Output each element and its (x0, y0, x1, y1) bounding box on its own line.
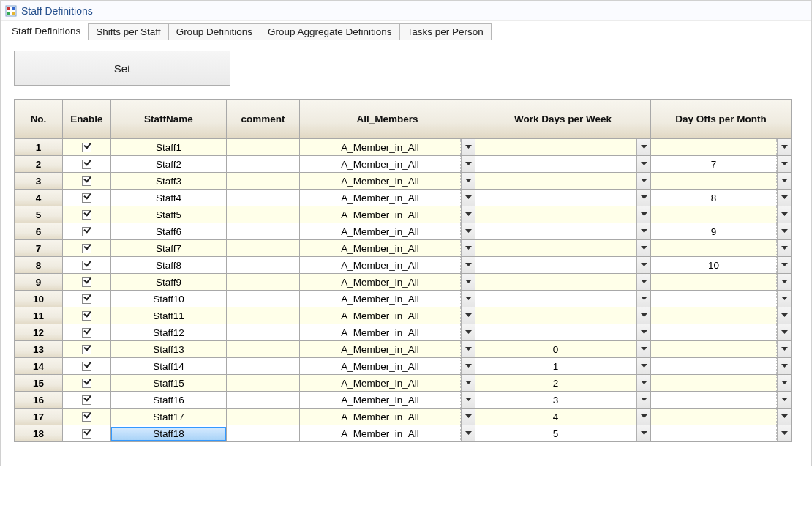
dayoffs-cell[interactable] (650, 273, 791, 290)
workdays-cell[interactable] (475, 273, 650, 290)
dropdown-arrow-icon[interactable] (461, 425, 475, 441)
workdays-cell[interactable]: 0 (475, 340, 650, 357)
dropdown-arrow-icon[interactable] (777, 139, 791, 155)
workdays-cell[interactable] (475, 172, 650, 189)
dropdown-arrow-icon[interactable] (636, 206, 650, 223)
allmembers-cell[interactable]: A_Member_in_All (299, 290, 475, 307)
staffname-cell[interactable]: Staff15 (110, 374, 226, 391)
staffname-cell[interactable]: Staff11 (110, 307, 226, 324)
dropdown-arrow-icon[interactable] (636, 240, 650, 256)
dropdown-arrow-icon[interactable] (461, 392, 475, 408)
dropdown-arrow-icon[interactable] (636, 409, 650, 425)
dropdown-arrow-icon[interactable] (636, 139, 650, 155)
workdays-cell[interactable] (475, 155, 650, 172)
dayoffs-cell[interactable] (650, 425, 791, 441)
workdays-cell[interactable] (475, 189, 650, 206)
row-header[interactable]: 12 (14, 324, 62, 340)
dropdown-arrow-icon[interactable] (461, 223, 475, 239)
allmembers-cell[interactable]: A_Member_in_All (299, 206, 475, 223)
comment-cell[interactable] (226, 340, 299, 357)
row-header[interactable]: 1 (14, 138, 62, 155)
dropdown-arrow-icon[interactable] (777, 291, 791, 307)
dropdown-arrow-icon[interactable] (636, 324, 650, 340)
dropdown-arrow-icon[interactable] (777, 257, 791, 273)
dropdown-arrow-icon[interactable] (461, 324, 475, 340)
enable-checkbox[interactable] (82, 193, 91, 203)
enable-cell[interactable] (62, 391, 110, 408)
dropdown-arrow-icon[interactable] (461, 156, 475, 172)
staffname-cell[interactable]: Staff9 (110, 273, 226, 290)
dayoffs-cell[interactable] (650, 374, 791, 391)
enable-cell[interactable] (62, 155, 110, 172)
enable-cell[interactable] (62, 223, 110, 239)
dropdown-arrow-icon[interactable] (461, 274, 475, 290)
allmembers-cell[interactable]: A_Member_in_All (299, 155, 475, 172)
workdays-cell[interactable]: 4 (475, 408, 650, 425)
dayoffs-cell[interactable] (650, 324, 791, 340)
enable-checkbox[interactable] (82, 345, 91, 354)
allmembers-cell[interactable]: A_Member_in_All (299, 273, 475, 290)
allmembers-cell[interactable]: A_Member_in_All (299, 391, 475, 408)
dayoffs-cell[interactable] (650, 206, 791, 223)
staffname-cell[interactable]: Staff2 (110, 155, 226, 172)
col-header-enable[interactable]: Enable (62, 99, 110, 138)
staffname-cell[interactable]: Staff16 (110, 391, 226, 408)
dropdown-arrow-icon[interactable] (461, 307, 475, 324)
enable-cell[interactable] (62, 408, 110, 425)
enable-cell[interactable] (62, 290, 110, 307)
comment-cell[interactable] (226, 425, 299, 441)
col-header-no[interactable]: No. (14, 99, 62, 138)
enable-checkbox[interactable] (82, 379, 91, 388)
dropdown-arrow-icon[interactable] (777, 324, 791, 340)
dropdown-arrow-icon[interactable] (777, 341, 791, 357)
dropdown-arrow-icon[interactable] (461, 375, 475, 391)
col-header-staffname[interactable]: StaffName (110, 99, 226, 138)
comment-cell[interactable] (226, 172, 299, 189)
enable-checkbox[interactable] (82, 176, 91, 186)
enable-cell[interactable] (62, 172, 110, 189)
workdays-cell[interactable]: 2 (475, 374, 650, 391)
row-header[interactable]: 17 (14, 408, 62, 425)
dropdown-arrow-icon[interactable] (636, 358, 650, 374)
dayoffs-cell[interactable]: 9 (650, 223, 791, 239)
enable-checkbox[interactable] (82, 429, 91, 439)
dropdown-arrow-icon[interactable] (636, 307, 650, 324)
enable-checkbox[interactable] (82, 277, 91, 287)
staffname-cell[interactable]: Staff5 (110, 206, 226, 223)
dropdown-arrow-icon[interactable] (777, 358, 791, 374)
dropdown-arrow-icon[interactable] (461, 409, 475, 425)
tab-tasks-per-person[interactable]: Tasks per Person (400, 23, 492, 40)
comment-cell[interactable] (226, 189, 299, 206)
staffname-cell[interactable]: Staff12 (110, 324, 226, 340)
enable-checkbox[interactable] (82, 227, 91, 236)
dropdown-arrow-icon[interactable] (636, 257, 650, 273)
dayoffs-cell[interactable] (650, 340, 791, 357)
enable-checkbox[interactable] (82, 261, 91, 270)
dropdown-arrow-icon[interactable] (777, 240, 791, 256)
dayoffs-cell[interactable]: 8 (650, 189, 791, 206)
comment-cell[interactable] (226, 391, 299, 408)
enable-cell[interactable] (62, 324, 110, 340)
row-header[interactable]: 9 (14, 273, 62, 290)
dayoffs-cell[interactable]: 7 (650, 155, 791, 172)
comment-cell[interactable] (226, 256, 299, 273)
dayoffs-cell[interactable] (650, 290, 791, 307)
dayoffs-cell[interactable] (650, 172, 791, 189)
workdays-cell[interactable] (475, 239, 650, 256)
allmembers-cell[interactable]: A_Member_in_All (299, 189, 475, 206)
dropdown-arrow-icon[interactable] (777, 190, 791, 206)
staffname-cell[interactable]: Staff18 (110, 425, 226, 441)
dropdown-arrow-icon[interactable] (461, 190, 475, 206)
enable-checkbox[interactable] (82, 328, 91, 338)
dropdown-arrow-icon[interactable] (777, 274, 791, 290)
dropdown-arrow-icon[interactable] (777, 223, 791, 239)
dropdown-arrow-icon[interactable] (461, 240, 475, 256)
dropdown-arrow-icon[interactable] (777, 156, 791, 172)
dropdown-arrow-icon[interactable] (461, 358, 475, 374)
dropdown-arrow-icon[interactable] (461, 206, 475, 223)
dropdown-arrow-icon[interactable] (636, 274, 650, 290)
staffname-cell[interactable]: Staff8 (110, 256, 226, 273)
enable-cell[interactable] (62, 340, 110, 357)
enable-cell[interactable] (62, 206, 110, 223)
comment-cell[interactable] (226, 307, 299, 324)
